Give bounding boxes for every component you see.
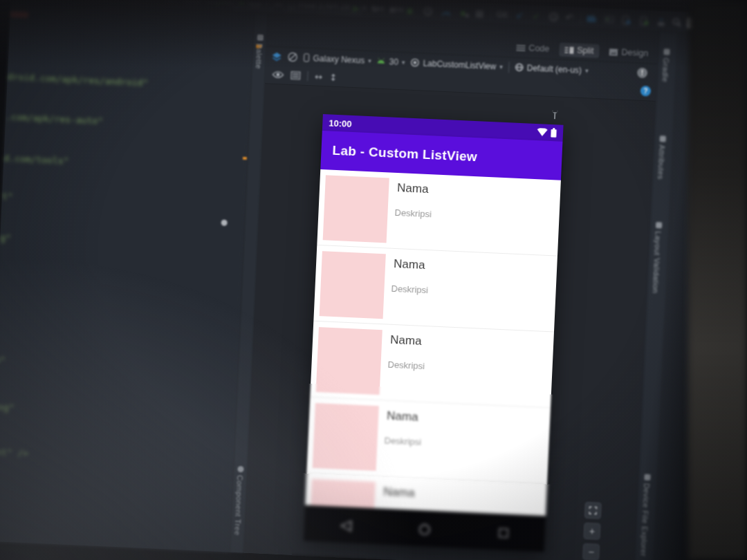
scrollbar-warning-mark — [243, 157, 247, 160]
theme-icon — [410, 58, 420, 68]
theme-dropdown[interactable]: LabCustomListView ▾ — [410, 57, 503, 71]
tool-window-layout-validation[interactable]: Layout Validation — [652, 222, 663, 294]
item-name: Nama — [397, 181, 429, 196]
globe-icon — [514, 63, 524, 73]
profile-avatar[interactable] — [687, 15, 699, 32]
view-options-eye-icon[interactable] — [272, 71, 284, 80]
theme-label: LabCustomListView — [423, 58, 496, 71]
apply-changes-icon[interactable]: ↻ — [370, 0, 379, 17]
apply-code-changes-icon[interactable]: ≡ — [388, 1, 396, 17]
tab-design-label: Design — [621, 48, 649, 59]
project-structure-button[interactable] — [586, 10, 597, 27]
zoom-to-fit-button[interactable] — [584, 502, 602, 519]
debug-button[interactable] — [405, 1, 414, 19]
git-label: Git: — [496, 6, 510, 23]
help-badge[interactable]: ? — [640, 86, 652, 97]
code-tab-icon — [516, 44, 525, 52]
list-item: Nama Deskripsi — [313, 245, 557, 333]
resize-horizontal-icon[interactable]: ↔ — [315, 71, 323, 82]
gradle-label: Gradle — [661, 57, 671, 82]
zoom-in-button[interactable]: + — [583, 523, 600, 540]
component-tree-icon — [237, 466, 243, 472]
toolbar-separator — [490, 8, 492, 20]
tool-window-attributes[interactable]: Attributes — [656, 136, 667, 180]
android-studio-window: app ▾ Pixel 3 API 28 ▾ ▶ ↻ ≡ — [0, 0, 747, 560]
design-canvas[interactable]: 10:00 Lab - Custom ListView Nama — [243, 83, 656, 560]
device-manager-button[interactable] — [622, 12, 631, 29]
nav-back-icon: ◁ — [340, 516, 351, 534]
layout-validation-label: Layout Validation — [652, 231, 663, 294]
tab-split[interactable]: Split — [559, 42, 600, 58]
code-line: g" — [0, 232, 11, 243]
target-device-dropdown[interactable]: Pixel 3 API 28 ▾ — [282, 0, 363, 15]
locale-dropdown[interactable]: Default (en-us) ▾ — [514, 62, 588, 75]
tool-window-component-tree[interactable]: Component Tree — [233, 466, 245, 536]
canvas-zoom-controls: + − — [582, 502, 602, 560]
split-tab-icon — [564, 46, 573, 54]
list-view-icon[interactable] — [290, 71, 301, 80]
code-line: droid.com/apk/res/android" — [8, 71, 149, 88]
tool-window-gradle[interactable]: Gradle — [661, 48, 671, 82]
layout-preview-phone[interactable]: 10:00 Lab - Custom ListView Nama — [304, 114, 564, 552]
chevron-down-icon: ▾ — [265, 0, 268, 6]
render-wrench-icon[interactable] — [551, 109, 559, 120]
device-file-explorer-icon — [644, 474, 650, 480]
git-update-button[interactable]: ↙ — [515, 7, 524, 24]
editor-error-badge — [10, 10, 28, 17]
build-hammer-icon[interactable] — [216, 0, 227, 10]
layout-validation-icon — [655, 222, 661, 228]
app-module-icon — [239, 0, 244, 5]
tab-design[interactable]: Design — [603, 44, 654, 60]
zoom-out-button[interactable]: − — [582, 543, 600, 560]
chevron-down-icon: ▾ — [368, 57, 371, 64]
toolbar-separator — [307, 71, 308, 81]
list-item: Nama Deskripsi — [317, 169, 561, 256]
item-name: Nama — [394, 257, 425, 272]
app-bar-title: Lab - Custom ListView — [332, 143, 477, 165]
orientation-icon[interactable] — [287, 52, 298, 63]
chevron-down-icon: ▾ — [499, 63, 503, 70]
surface-layers-icon[interactable] — [271, 51, 282, 62]
running-devices-button[interactable] — [640, 12, 649, 30]
item-thumbnail — [316, 327, 382, 395]
chevron-down-icon: ▾ — [402, 59, 405, 66]
device-dropdown-label: Galaxy Nexus — [313, 53, 365, 65]
tab-code[interactable]: Code — [510, 40, 555, 56]
design-tab-icon — [609, 48, 618, 56]
resize-vertical-icon[interactable]: ↕ — [329, 72, 338, 82]
attributes-label: Attributes — [656, 144, 666, 180]
profiler-gc-icon[interactable] — [423, 2, 433, 19]
git-rollback-button[interactable]: ↶ — [565, 9, 574, 26]
attach-debugger-button[interactable] — [459, 4, 469, 21]
phone-icon — [288, 0, 295, 9]
item-description: Deskripsi — [391, 283, 428, 295]
git-history-button[interactable] — [548, 8, 559, 26]
search-everywhere-button[interactable] — [672, 14, 682, 31]
item-thumbnail — [320, 251, 386, 319]
design-pane: Code Split Design Galaxy Nexus ▾ — [243, 14, 659, 560]
run-configuration-dropdown[interactable]: app ▾ — [232, 0, 275, 11]
tab-code-label: Code — [528, 43, 549, 53]
chevron-down-icon: ▾ — [585, 67, 589, 74]
code-line: ent" /> — [0, 447, 28, 458]
code-line: ing" — [0, 402, 15, 413]
run-button[interactable]: ▶ — [352, 0, 360, 16]
sdk-manager-button[interactable] — [656, 13, 666, 30]
render-issues-badge[interactable]: ! — [637, 68, 648, 79]
profile-app-button[interactable] — [441, 3, 452, 21]
api-level-dropdown[interactable]: 30 ▾ — [376, 56, 405, 67]
tab-split-label: Split — [577, 46, 594, 56]
code-editor[interactable]: droid.com/apk/res/android" .com/apk/res-… — [0, 2, 254, 552]
run-configuration-label: app — [248, 0, 262, 8]
nav-recents-icon: □ — [497, 525, 509, 539]
locale-label: Default (en-us) — [526, 63, 582, 75]
gradle-icon — [663, 48, 670, 55]
device-dropdown[interactable]: Galaxy Nexus ▾ — [303, 53, 371, 65]
status-time: 10:00 — [329, 118, 352, 129]
tool-window-palette[interactable]: Palette — [255, 35, 264, 70]
list-item: Nama Deskripsi — [310, 321, 554, 409]
git-commit-button[interactable]: ✓ — [532, 8, 541, 25]
tool-window-device-file-explorer[interactable]: Device File Explorer — [639, 474, 651, 557]
stop-button[interactable] — [475, 5, 483, 21]
terminal-button[interactable] — [604, 10, 615, 28]
